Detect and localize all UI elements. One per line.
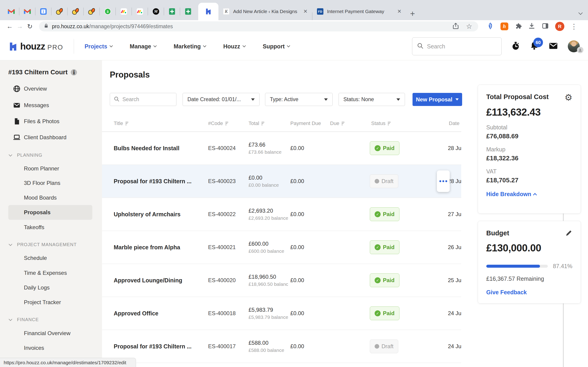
tab-houzz-active[interactable] — [198, 3, 218, 20]
column-header-status[interactable]: Status — [371, 120, 391, 126]
sidebar-item-financial-overview[interactable]: Financial Overview — [0, 327, 102, 340]
table-row[interactable]: Marble piece from AlphaES-400021£600.00£… — [102, 231, 461, 264]
proposal-title[interactable]: Proposal for #193 Chiltern ... — [114, 343, 191, 350]
reload-icon[interactable]: ↻ — [25, 23, 35, 30]
row-actions-button[interactable] — [437, 170, 450, 192]
sidebar-item-client-dashboard[interactable]: Client Dashboard — [0, 131, 102, 144]
mail-icon[interactable] — [548, 41, 558, 52]
pinned-tab-sheets-icon[interactable] — [180, 4, 196, 19]
sidebar-item-messages[interactable]: Messages — [0, 99, 102, 112]
back-icon[interactable]: ← — [5, 23, 15, 30]
houzz-pro-logo[interactable]: houzz PRO — [8, 41, 63, 52]
pinned-tab-calendar-icon[interactable]: 1 — [35, 4, 51, 19]
global-search[interactable] — [412, 37, 502, 55]
sidebar-item-invoices[interactable]: Invoices — [0, 342, 102, 354]
column-header-label: Status — [371, 120, 385, 126]
sort-icon[interactable] — [225, 122, 228, 125]
sidebar-item-room-planner[interactable]: Room Planner — [0, 162, 102, 175]
proposal-title[interactable]: Upholstery of Armchairs — [114, 211, 181, 218]
side-panel-icon[interactable] — [542, 22, 549, 31]
sidebar-item-time-expenses[interactable]: Time & Expenses — [0, 267, 102, 279]
pinned-tab-monday-icon[interactable] — [132, 4, 148, 19]
bookmark-star-icon[interactable]: ☆ — [466, 23, 472, 30]
sidebar-item-mood-boards[interactable]: Mood Boards — [0, 191, 102, 204]
pinned-tab-swatch-icon[interactable] — [84, 4, 99, 19]
leaf-extension-icon[interactable] — [486, 22, 494, 31]
chrome-menu-icon[interactable]: ⋮ — [571, 23, 578, 31]
sidebar-item-project-tracker[interactable]: Project Tracker — [0, 296, 102, 309]
pinned-tab-swatch-icon[interactable] — [52, 4, 67, 19]
user-avatar[interactable] — [568, 40, 580, 52]
filter-type[interactable]: Type: Active — [265, 93, 333, 106]
proposal-title[interactable]: Marble piece from Alpha — [114, 244, 180, 251]
chrome-profile-avatar[interactable]: R — [555, 22, 564, 31]
column-header--code[interactable]: #Code — [208, 120, 228, 126]
column-header-title[interactable]: Title — [114, 120, 128, 126]
table-row[interactable]: Approved Lounge/DiningES-400020£18,960.5… — [102, 264, 461, 297]
address-bar[interactable]: pro.houzz.co.uk/manage/projects/974469/e… — [39, 21, 478, 31]
nav-item-marketing[interactable]: Marketing — [174, 43, 206, 50]
proposals-search-input[interactable] — [122, 96, 171, 102]
sort-icon[interactable] — [261, 122, 264, 125]
proposals-search[interactable] — [110, 93, 176, 106]
sort-icon[interactable] — [125, 122, 128, 125]
nav-item-support[interactable]: Support — [263, 43, 290, 50]
proposal-title[interactable]: Bulbs Needed for Install — [114, 145, 179, 152]
sort-icon[interactable] — [388, 122, 391, 125]
sidebar-item-files-photos[interactable]: Files & Photos — [0, 115, 102, 128]
gear-icon[interactable]: ⚙ — [565, 93, 572, 102]
table-row[interactable]: Bulbs Needed for InstallES-400024£73.66£… — [102, 132, 461, 165]
tab-search-chevron-icon[interactable] — [578, 10, 582, 15]
notifications-bell[interactable]: 60 — [530, 41, 539, 51]
sort-icon[interactable] — [342, 122, 345, 125]
column-header-due[interactable]: Due — [330, 120, 345, 126]
nav-item-projects[interactable]: Projects — [85, 43, 112, 50]
proposal-title[interactable]: Approved Lounge/Dining — [114, 277, 182, 284]
table-row[interactable]: Upholstery of ArmchairsES-400022£2,693.2… — [102, 198, 461, 231]
new-proposal-button[interactable]: New Proposal — [413, 93, 462, 106]
sidebar-item-daily-logs[interactable]: Daily Logs — [0, 281, 102, 294]
proposal-title[interactable]: Approved Office — [114, 310, 158, 317]
sidebar-item-schedule[interactable]: Schedule — [0, 252, 102, 265]
downloads-icon[interactable] — [528, 22, 536, 31]
pinned-tab-swatch-icon[interactable] — [68, 4, 83, 19]
pinned-tab-gmail-icon[interactable] — [19, 4, 35, 19]
table-row[interactable]: Proposal for #193 Chiltern ...ES-400023£… — [102, 165, 461, 198]
forward-icon[interactable]: → — [15, 23, 25, 30]
honey-extension-icon[interactable]: h — [501, 23, 508, 30]
timer-icon[interactable] — [511, 42, 520, 51]
puzzle-extensions-icon[interactable] — [515, 22, 522, 31]
hide-breakdown-link[interactable]: Hide Breakdown — [486, 191, 572, 198]
new-tab-button[interactable]: + — [406, 7, 419, 20]
tab-add-new-article[interactable]: K Add New Article ‹ Kia Designs ✕ — [218, 3, 312, 20]
share-icon[interactable] — [452, 23, 459, 30]
nav-item-manage[interactable]: Manage — [130, 43, 156, 50]
pinned-tab-chat-icon[interactable]: 3 — [100, 4, 115, 19]
pinned-tab-monday-icon[interactable] — [116, 4, 132, 19]
info-icon[interactable]: i — [71, 69, 77, 75]
sidebar-item-overview[interactable]: Overview — [0, 82, 102, 95]
proposal-title[interactable]: Proposal for #193 Chiltern ... — [114, 178, 191, 185]
table-row[interactable]: Proposal for #193 Chiltern ...ES-400017£… — [102, 330, 461, 363]
pinned-tab-medium-icon[interactable]: M — [148, 4, 164, 19]
sidebar-item-3d-floor-plans[interactable]: 3D Floor Plans — [0, 177, 102, 190]
edit-pencil-icon[interactable] — [565, 229, 572, 238]
give-feedback-link[interactable]: Give Feedback — [486, 289, 572, 296]
sidebar-section-project-management[interactable]: PROJECT MANAGEMENT — [0, 240, 102, 249]
sidebar-item-proposals[interactable]: Proposals — [0, 206, 102, 219]
search-input[interactable] — [427, 43, 493, 50]
tab-internet-payment-gateway[interactable]: FD Internet Payment Gateway ✕ — [312, 3, 406, 20]
sidebar-section-finance[interactable]: FINANCE — [0, 315, 102, 324]
filter-status[interactable]: Status: None — [338, 93, 405, 106]
pinned-tab-sheets-icon[interactable] — [164, 4, 180, 19]
nav-item-houzz[interactable]: Houzz — [223, 43, 245, 50]
table-row[interactable]: Approved OfficeES-400018£5,983.79£5,983.… — [102, 297, 461, 330]
close-tab-icon[interactable]: ✕ — [397, 8, 401, 15]
pinned-tab-gmail-icon[interactable] — [3, 4, 19, 19]
sidebar-item-takeoffs[interactable]: Takeoffs — [0, 221, 102, 234]
sidebar-section-planning[interactable]: PLANNING — [0, 150, 102, 160]
close-tab-icon[interactable]: ✕ — [303, 8, 308, 15]
status-cell: ✓Paid — [370, 141, 399, 155]
filter-date-created[interactable]: Date Created: 01/01/... — [183, 93, 259, 106]
column-header-total[interactable]: Total — [249, 120, 264, 126]
